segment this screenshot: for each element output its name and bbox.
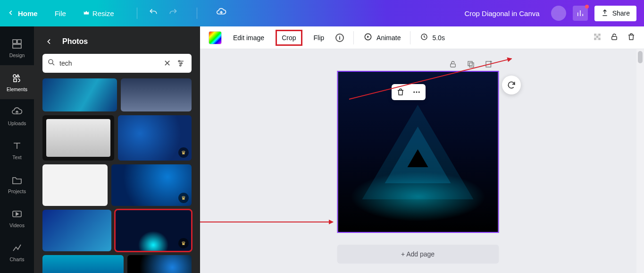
search-icon <box>47 58 56 68</box>
more-options-icon[interactable] <box>412 88 421 96</box>
divider <box>137 8 137 19</box>
left-rail: Design Elements Uploads Text Projects Vi… <box>0 26 34 273</box>
photo-thumb[interactable] <box>42 115 114 161</box>
flip-button[interactable]: Flip <box>312 31 326 44</box>
history-group <box>149 7 226 19</box>
image-decor <box>408 149 428 167</box>
duration-button[interactable]: 5.0s <box>420 33 444 43</box>
photo-thumb[interactable] <box>127 255 192 273</box>
duration-label: 5.0s <box>432 34 444 42</box>
svg-point-8 <box>181 63 182 64</box>
svg-point-27 <box>416 92 417 93</box>
rail-videos-label: Videos <box>9 222 25 228</box>
crop-button[interactable]: Crop <box>276 30 302 46</box>
redo-icon[interactable] <box>168 8 178 19</box>
regenerate-fab[interactable] <box>502 76 521 94</box>
svg-rect-21 <box>612 36 617 40</box>
photos-panel: Photos ✕ ♛ ♛ ♛ <box>34 26 200 273</box>
search-input[interactable] <box>59 60 160 67</box>
canvas-area: + Add page <box>200 49 636 273</box>
photo-thumb[interactable] <box>42 164 108 206</box>
photo-thumb[interactable]: ♛ <box>118 115 192 161</box>
delete-element-icon[interactable] <box>396 88 405 96</box>
svg-rect-17 <box>598 36 601 38</box>
svg-rect-18 <box>594 38 596 40</box>
edit-image-button[interactable]: Edit image <box>231 31 266 44</box>
rail-design[interactable]: Design <box>0 31 34 65</box>
animate-label: Animate <box>376 34 401 42</box>
vertical-scrollbar[interactable] <box>636 49 644 273</box>
svg-point-7 <box>179 60 180 62</box>
color-picker-chip[interactable] <box>209 31 222 44</box>
add-page-button[interactable]: + Add page <box>337 245 499 264</box>
share-button[interactable]: Share <box>594 6 636 21</box>
notification-dot-icon <box>585 5 589 9</box>
svg-rect-24 <box>469 63 474 67</box>
back-chevron-icon[interactable] <box>8 9 14 18</box>
crown-icon: ♛ <box>178 193 189 203</box>
share-label: Share <box>612 9 630 17</box>
lock-icon[interactable] <box>610 33 619 43</box>
insights-button[interactable] <box>573 6 588 21</box>
crown-icon <box>83 9 90 17</box>
undo-icon[interactable] <box>149 8 158 19</box>
svg-rect-20 <box>598 38 601 40</box>
photo-thumb[interactable] <box>42 78 117 111</box>
scrollbar-thumb[interactable] <box>638 51 643 63</box>
svg-rect-15 <box>594 36 596 38</box>
divider <box>353 31 354 44</box>
resize-label: Resize <box>92 9 114 17</box>
rail-projects-label: Projects <box>8 188 26 194</box>
top-bar: Home File Resize Crop Diagonal in Canva … <box>0 0 644 26</box>
photo-thumb[interactable] <box>42 255 124 273</box>
svg-rect-2 <box>13 44 21 48</box>
rail-uploads[interactable]: Uploads <box>0 99 34 133</box>
resize-menu[interactable]: Resize <box>83 9 114 17</box>
photo-thumb[interactable] <box>42 210 111 251</box>
rail-projects[interactable]: Projects <box>0 167 34 201</box>
add-page-label: + Add page <box>401 250 435 258</box>
svg-point-28 <box>418 92 419 93</box>
info-icon[interactable]: i <box>335 34 344 42</box>
rail-elements-label: Elements <box>7 86 27 92</box>
svg-rect-16 <box>596 36 599 38</box>
panel-back-icon[interactable] <box>42 35 56 48</box>
animate-button[interactable]: Animate <box>363 32 401 43</box>
photo-thumb-selected[interactable]: ♛ <box>115 210 192 251</box>
topbar-right: Share <box>551 6 636 21</box>
svg-point-26 <box>413 92 415 93</box>
photo-thumb[interactable]: ♛ <box>111 164 192 206</box>
clear-icon[interactable]: ✕ <box>164 58 171 68</box>
svg-rect-1 <box>17 40 21 43</box>
svg-rect-0 <box>13 40 17 43</box>
search-box[interactable]: ✕ <box>42 54 192 73</box>
rail-text[interactable]: Text <box>0 133 34 167</box>
cloud-sync-icon[interactable] <box>216 7 226 19</box>
transparency-icon[interactable] <box>593 33 602 43</box>
photo-thumb[interactable] <box>121 78 192 111</box>
animate-icon <box>363 32 373 43</box>
home-link[interactable]: Home <box>18 9 38 17</box>
file-menu[interactable]: File <box>55 9 66 17</box>
context-toolbar: Edit image Crop Flip i Animate 5.0s <box>200 26 644 49</box>
avatar[interactable] <box>551 6 566 21</box>
crown-icon: ♛ <box>178 238 189 248</box>
page-lock-icon[interactable] <box>448 60 458 69</box>
rail-videos[interactable]: Videos <box>0 201 34 235</box>
svg-point-6 <box>49 60 53 64</box>
trash-icon[interactable] <box>627 33 636 43</box>
svg-rect-12 <box>594 34 596 36</box>
document-title[interactable]: Crop Diagonal in Canva <box>464 9 539 17</box>
annotation-arrow <box>200 222 333 222</box>
photo-grid: ♛ ♛ ♛ <box>34 78 200 273</box>
rail-text-label: Text <box>12 154 21 160</box>
svg-rect-4 <box>14 79 17 82</box>
svg-rect-14 <box>598 34 601 36</box>
rail-charts[interactable]: Charts <box>0 235 34 269</box>
svg-rect-19 <box>596 38 599 40</box>
divider <box>410 31 410 44</box>
svg-rect-23 <box>468 61 472 66</box>
svg-point-3 <box>13 75 16 77</box>
rail-elements[interactable]: Elements <box>0 65 34 99</box>
filter-icon[interactable] <box>175 57 187 69</box>
